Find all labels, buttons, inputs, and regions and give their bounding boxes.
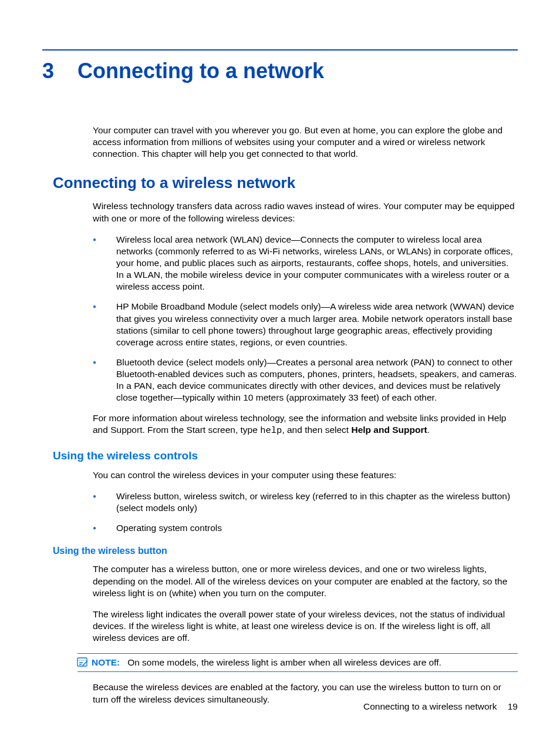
chapter-heading: 3 Connecting to a network (42, 59, 518, 83)
section-heading-wireless-controls: Using the wireless controls (53, 449, 518, 462)
chapter-number: 3 (42, 59, 54, 83)
note-block: NOTE: On some models, the wireless light… (77, 653, 518, 672)
page-number: 19 (508, 701, 518, 711)
page-footer: Connecting to a wireless network 19 (363, 701, 518, 712)
wireless-controls-list: Wireless button, wireless switch, or wir… (93, 490, 518, 534)
note-label: NOTE: (92, 657, 120, 667)
wireless-devices-list: Wireless local area network (WLAN) devic… (93, 234, 518, 404)
list-item: Operating system controls (93, 522, 518, 534)
section-heading-wireless-network: Connecting to a wireless network (53, 174, 518, 192)
list-item: Wireless local area network (WLAN) devic… (93, 234, 518, 293)
list-item: Wireless button, wireless switch, or wir… (93, 490, 518, 514)
section1-outro: For more information about wireless tech… (93, 412, 518, 436)
bold-text: Help and Support (351, 425, 427, 435)
svg-rect-0 (77, 658, 87, 666)
section3-p1: The computer has a wireless button, one … (93, 563, 518, 599)
section3-p2: The wireless light indicates the overall… (93, 609, 518, 644)
chapter-rule (42, 49, 518, 51)
text-fragment: , and then select (282, 425, 351, 435)
list-item: Bluetooth device (select models only)—Cr… (93, 357, 518, 404)
note-icon (76, 657, 88, 668)
section2-intro: You can control the wireless devices in … (93, 469, 518, 481)
chapter-title: Connecting to a network (77, 59, 324, 83)
text-fragment: . (427, 425, 430, 435)
footer-section-title: Connecting to a wireless network (363, 701, 497, 711)
note-body: On some models, the wireless light is am… (127, 657, 441, 667)
section-heading-wireless-button: Using the wireless button (53, 546, 518, 556)
section1-intro: Wireless technology transfers data acros… (93, 200, 518, 224)
list-item: HP Mobile Broadband Module (select model… (93, 301, 518, 348)
intro-paragraph: Your computer can travel with you wherev… (93, 125, 518, 160)
code-text: help (260, 425, 282, 436)
note-text: NOTE: On some models, the wireless light… (92, 657, 441, 668)
